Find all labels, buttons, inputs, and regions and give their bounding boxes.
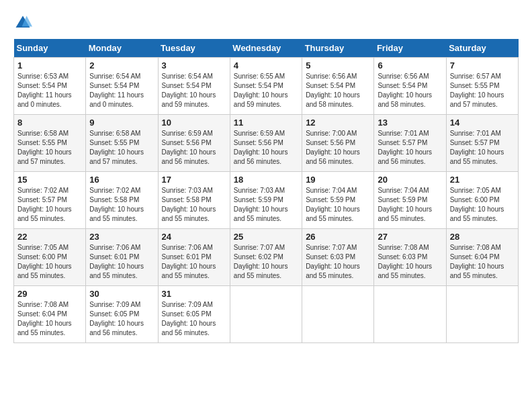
calendar-cell: 21Sunrise: 7:05 AMSunset: 6:00 PMDayligh… (446, 172, 518, 229)
day-header-friday: Friday (374, 39, 446, 58)
calendar-cell: 31Sunrise: 7:09 AMSunset: 6:05 PMDayligh… (158, 286, 230, 343)
day-number: 27 (378, 232, 442, 242)
calendar-cell: 27Sunrise: 7:08 AMSunset: 6:03 PMDayligh… (374, 229, 446, 286)
day-info: Sunrise: 7:09 AMSunset: 6:05 PMDaylight:… (162, 300, 226, 338)
day-number: 11 (234, 118, 298, 128)
day-number: 31 (162, 289, 226, 299)
calendar-cell: 4Sunrise: 6:55 AMSunset: 5:54 PMDaylight… (230, 58, 302, 115)
day-number: 23 (89, 232, 154, 242)
calendar-cell (302, 286, 374, 343)
day-header-saturday: Saturday (446, 39, 518, 58)
week-row-4: 22Sunrise: 7:05 AMSunset: 6:00 PMDayligh… (14, 229, 519, 286)
calendar-cell: 20Sunrise: 7:04 AMSunset: 5:59 PMDayligh… (374, 172, 446, 229)
calendar-cell: 23Sunrise: 7:06 AMSunset: 6:01 PMDayligh… (86, 229, 158, 286)
day-info: Sunrise: 6:54 AMSunset: 5:54 PMDaylight:… (162, 72, 226, 109)
day-number: 29 (17, 289, 82, 299)
day-info: Sunrise: 7:02 AMSunset: 5:58 PMDaylight:… (89, 186, 154, 224)
day-info: Sunrise: 7:08 AMSunset: 6:04 PMDaylight:… (450, 243, 515, 281)
day-number: 22 (17, 232, 82, 242)
day-info: Sunrise: 7:07 AMSunset: 6:03 PMDaylight:… (306, 243, 370, 281)
day-number: 16 (89, 175, 154, 185)
day-number: 7 (450, 60, 515, 71)
day-info: Sunrise: 6:57 AMSunset: 5:55 PMDaylight:… (450, 72, 515, 109)
day-info: Sunrise: 7:06 AMSunset: 6:01 PMDaylight:… (162, 243, 226, 281)
day-info: Sunrise: 6:53 AMSunset: 5:54 PMDaylight:… (17, 72, 82, 109)
day-info: Sunrise: 6:56 AMSunset: 5:54 PMDaylight:… (378, 72, 442, 109)
calendar-cell: 17Sunrise: 7:03 AMSunset: 5:58 PMDayligh… (158, 172, 230, 229)
logo-icon (13, 13, 32, 32)
day-number: 25 (234, 232, 298, 242)
day-number: 12 (306, 118, 370, 128)
day-info: Sunrise: 7:09 AMSunset: 6:05 PMDaylight:… (89, 300, 154, 338)
calendar-cell: 29Sunrise: 7:08 AMSunset: 6:04 PMDayligh… (14, 286, 86, 343)
calendar-cell: 9Sunrise: 6:58 AMSunset: 5:55 PMDaylight… (86, 115, 158, 172)
calendar-cell: 6Sunrise: 6:56 AMSunset: 5:54 PMDaylight… (374, 58, 446, 115)
logo (13, 13, 35, 32)
week-row-1: 1Sunrise: 6:53 AMSunset: 5:54 PMDaylight… (14, 58, 519, 115)
day-number: 24 (162, 232, 226, 242)
day-header-tuesday: Tuesday (158, 39, 230, 58)
day-number: 14 (450, 118, 515, 128)
day-number: 17 (162, 175, 226, 185)
day-number: 18 (234, 175, 298, 185)
day-info: Sunrise: 7:04 AMSunset: 5:59 PMDaylight:… (306, 186, 370, 224)
calendar-table: SundayMondayTuesdayWednesdayThursdayFrid… (13, 39, 519, 343)
day-number: 4 (234, 60, 298, 71)
day-number: 15 (17, 175, 82, 185)
calendar-cell: 13Sunrise: 7:01 AMSunset: 5:57 PMDayligh… (374, 115, 446, 172)
day-info: Sunrise: 7:07 AMSunset: 6:02 PMDaylight:… (234, 243, 298, 281)
day-info: Sunrise: 7:01 AMSunset: 5:57 PMDaylight:… (378, 129, 442, 167)
day-number: 30 (89, 289, 154, 299)
day-info: Sunrise: 6:55 AMSunset: 5:54 PMDaylight:… (234, 72, 298, 109)
week-row-3: 15Sunrise: 7:02 AMSunset: 5:57 PMDayligh… (14, 172, 519, 229)
day-number: 19 (306, 175, 370, 185)
calendar-cell (230, 286, 302, 343)
day-header-thursday: Thursday (302, 39, 374, 58)
calendar-cell: 10Sunrise: 6:59 AMSunset: 5:56 PMDayligh… (158, 115, 230, 172)
calendar-cell: 18Sunrise: 7:03 AMSunset: 5:59 PMDayligh… (230, 172, 302, 229)
day-number: 26 (306, 232, 370, 242)
calendar-cell: 11Sunrise: 6:59 AMSunset: 5:56 PMDayligh… (230, 115, 302, 172)
header (13, 13, 519, 32)
day-header-sunday: Sunday (14, 39, 86, 58)
day-number: 9 (89, 118, 154, 128)
day-info: Sunrise: 6:54 AMSunset: 5:54 PMDaylight:… (89, 72, 154, 109)
day-info: Sunrise: 7:04 AMSunset: 5:59 PMDaylight:… (378, 186, 442, 224)
day-info: Sunrise: 7:01 AMSunset: 5:57 PMDaylight:… (450, 129, 515, 167)
day-info: Sunrise: 7:03 AMSunset: 5:58 PMDaylight:… (162, 186, 226, 224)
day-info: Sunrise: 6:59 AMSunset: 5:56 PMDaylight:… (162, 129, 226, 167)
day-info: Sunrise: 7:02 AMSunset: 5:57 PMDaylight:… (17, 186, 82, 224)
day-header-wednesday: Wednesday (230, 39, 302, 58)
calendar-cell: 5Sunrise: 6:56 AMSunset: 5:54 PMDaylight… (302, 58, 374, 115)
calendar-cell: 30Sunrise: 7:09 AMSunset: 6:05 PMDayligh… (86, 286, 158, 343)
calendar-cell: 19Sunrise: 7:04 AMSunset: 5:59 PMDayligh… (302, 172, 374, 229)
day-info: Sunrise: 6:58 AMSunset: 5:55 PMDaylight:… (89, 129, 154, 167)
day-info: Sunrise: 7:08 AMSunset: 6:04 PMDaylight:… (17, 300, 82, 338)
calendar-cell: 12Sunrise: 7:00 AMSunset: 5:56 PMDayligh… (302, 115, 374, 172)
day-info: Sunrise: 7:06 AMSunset: 6:01 PMDaylight:… (89, 243, 154, 281)
day-info: Sunrise: 6:58 AMSunset: 5:55 PMDaylight:… (17, 129, 82, 167)
day-number: 6 (378, 60, 442, 71)
day-number: 8 (17, 118, 82, 128)
day-info: Sunrise: 7:03 AMSunset: 5:59 PMDaylight:… (234, 186, 298, 224)
calendar-cell: 14Sunrise: 7:01 AMSunset: 5:57 PMDayligh… (446, 115, 518, 172)
calendar-cell: 28Sunrise: 7:08 AMSunset: 6:04 PMDayligh… (446, 229, 518, 286)
calendar-cell: 3Sunrise: 6:54 AMSunset: 5:54 PMDaylight… (158, 58, 230, 115)
day-number: 21 (450, 175, 515, 185)
day-number: 5 (306, 60, 370, 71)
week-row-5: 29Sunrise: 7:08 AMSunset: 6:04 PMDayligh… (14, 286, 519, 343)
calendar-cell: 16Sunrise: 7:02 AMSunset: 5:58 PMDayligh… (86, 172, 158, 229)
week-row-2: 8Sunrise: 6:58 AMSunset: 5:55 PMDaylight… (14, 115, 519, 172)
calendar-cell: 1Sunrise: 6:53 AMSunset: 5:54 PMDaylight… (14, 58, 86, 115)
day-info: Sunrise: 7:05 AMSunset: 6:00 PMDaylight:… (450, 186, 515, 224)
day-number: 2 (89, 60, 154, 71)
calendar-cell: 15Sunrise: 7:02 AMSunset: 5:57 PMDayligh… (14, 172, 86, 229)
calendar-cell: 26Sunrise: 7:07 AMSunset: 6:03 PMDayligh… (302, 229, 374, 286)
day-info: Sunrise: 7:08 AMSunset: 6:03 PMDaylight:… (378, 243, 442, 281)
calendar-cell: 7Sunrise: 6:57 AMSunset: 5:55 PMDaylight… (446, 58, 518, 115)
calendar-cell: 24Sunrise: 7:06 AMSunset: 6:01 PMDayligh… (158, 229, 230, 286)
day-number: 1 (17, 60, 82, 71)
day-number: 28 (450, 232, 515, 242)
day-info: Sunrise: 6:56 AMSunset: 5:54 PMDaylight:… (306, 72, 370, 109)
days-header-row: SundayMondayTuesdayWednesdayThursdayFrid… (14, 39, 519, 58)
